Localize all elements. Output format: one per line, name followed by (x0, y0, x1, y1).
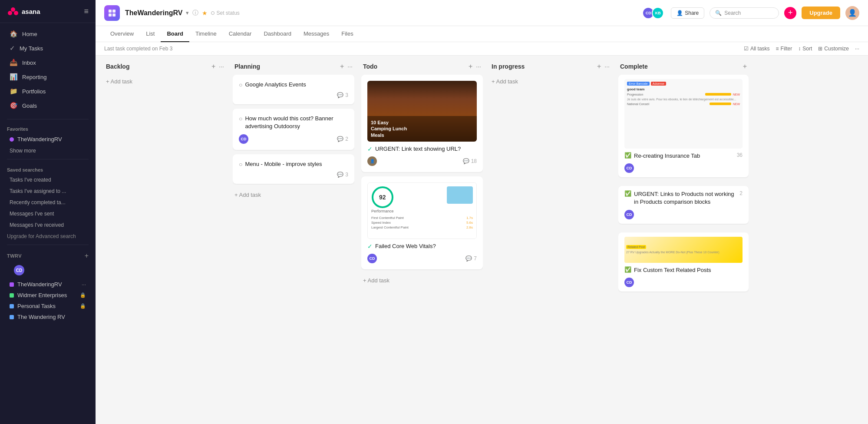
sidebar-toggle[interactable]: ≡ (84, 7, 89, 16)
sidebar-item-goals[interactable]: 🎯 Goals (3, 99, 93, 113)
tab-calendar[interactable]: Calendar (223, 26, 258, 42)
user-profile-avatar[interactable]: 👤 (845, 6, 859, 20)
in-progress-add-task[interactable]: + Add task (490, 75, 611, 88)
complete-add-icon[interactable]: + (743, 63, 747, 70)
sort-button[interactable]: ↕ Sort (798, 46, 812, 52)
insurance-title-row: ✅ Re-creating Insurance Tab 36 (624, 152, 743, 160)
customize-label: Customize (824, 46, 849, 52)
column-in-progress: In progress + ··· + Add task (490, 63, 611, 417)
sidebar-item-my-tasks[interactable]: ✓ My Tasks (3, 41, 93, 55)
last-completed-text: Last task completed on Feb 3 (104, 46, 172, 52)
card-fix-custom-text[interactable]: Related Post 27 RV Upgrades Actually the… (618, 232, 749, 292)
more-options-button[interactable]: ··· (855, 46, 859, 52)
card-urgent-products[interactable]: ✅ URGENT: Links to Products not working … (618, 186, 749, 223)
todo-add-task[interactable]: + Add task (361, 274, 483, 287)
saved-search-recently-completed[interactable]: Recently completed ta... (3, 197, 93, 208)
saved-search-created[interactable]: Tasks I've created (3, 175, 93, 185)
perf-score: 92 Performance (371, 186, 394, 213)
comments-icon-2: 💬 (337, 136, 343, 142)
planning-more-icon[interactable]: ··· (347, 63, 353, 70)
tab-files[interactable]: Files (335, 26, 359, 42)
sidebar-item-portfolios[interactable]: 📁 Portfolios (3, 84, 93, 98)
tab-overview[interactable]: Overview (104, 26, 140, 42)
share-icon: 👤 (677, 10, 683, 16)
fav-dot-wanderingrv (10, 137, 14, 142)
urgent-comments: 💬 18 (463, 158, 477, 164)
rp-desc: 27 RV Upgrades Actually the MORE Do-Not … (626, 250, 741, 255)
products-title-row: ✅ URGENT: Links to Products not working … (624, 190, 743, 206)
fix-title: Fix Custom Text Related Posts (634, 266, 711, 274)
card-urgent-link[interactable]: 10 EasyCamping LunchMeals ✓ URGENT: Link… (361, 75, 483, 172)
saved-search-messages-received[interactable]: Messages I've received (3, 220, 93, 230)
card-check-icon-2: ○ (239, 115, 242, 122)
project-info-icon[interactable]: ⓘ (192, 9, 198, 17)
workspace-add-button[interactable]: + (85, 252, 89, 260)
planning-add-task[interactable]: + Add task (233, 188, 354, 202)
upgrade-advanced-search[interactable]: Upgrade for Advanced search (0, 231, 96, 242)
share-button[interactable]: 👤 Share (671, 7, 704, 19)
todo-add-icon[interactable]: + (469, 63, 472, 70)
comments-count-3: 3 (345, 172, 348, 178)
in-progress-header: In progress + ··· (490, 63, 611, 75)
saved-search-assigned[interactable]: Tasks I've assigned to ... (3, 186, 93, 196)
backlog-more-icon[interactable]: ··· (219, 63, 224, 70)
tab-dashboard[interactable]: Dashboard (257, 26, 297, 42)
camp-overlay: 10 EasyCamping LunchMeals (367, 116, 477, 142)
todo-cards: 10 EasyCamping LunchMeals ✓ URGENT: Link… (361, 75, 483, 417)
filter-button[interactable]: ≡ Filter (776, 46, 792, 52)
sidebar-item-reporting[interactable]: 📊 Reporting (3, 70, 93, 84)
in-progress-more-icon[interactable]: ··· (604, 63, 610, 70)
card-core-web-vitals[interactable]: 92 Performance First Contentful Paint1.7… (361, 176, 483, 269)
sidebar-item-inbox[interactable]: 📥 Inbox (3, 56, 93, 70)
ws-more-wanderingrv[interactable]: ··· (82, 282, 86, 288)
customize-button[interactable]: ⊞ Customize (818, 46, 849, 52)
add-button[interactable]: + (784, 7, 796, 19)
card-footer: 💬 3 (239, 92, 348, 98)
project-title-area: TheWanderingRV ▾ ⓘ ★ Set status (125, 9, 240, 17)
saved-search-messages-sent[interactable]: Messages I've sent (3, 209, 93, 219)
related-post-image: Related Post 27 RV Upgrades Actually the… (624, 237, 743, 263)
backlog-add-task[interactable]: + Add task (104, 75, 226, 88)
card-menu-mobile[interactable]: ○ Menu - Mobile - improve styles 💬 3 (233, 154, 354, 184)
upgrade-button[interactable]: Upgrade (802, 7, 840, 19)
ws-dot-widmer (10, 293, 14, 298)
tab-board[interactable]: Board (161, 26, 189, 42)
sidebar-show-more[interactable]: Show more (3, 146, 93, 156)
project-title: TheWanderingRV (125, 9, 182, 17)
tab-timeline[interactable]: Timeline (189, 26, 223, 42)
project-star-icon[interactable]: ★ (202, 10, 208, 17)
workspace-project-widmer[interactable]: Widmer Enterprises 🔒 (3, 290, 93, 300)
rp-image-content: Related Post 27 RV Upgrades Actually the… (626, 245, 741, 255)
rp-tag: Related Post (626, 245, 646, 249)
in-progress-add-icon[interactable]: + (597, 63, 601, 70)
project-status[interactable]: Set status (211, 10, 239, 16)
workspace-project-wanderingrv[interactable]: TheWanderingRV ··· (3, 279, 93, 289)
project-title-chevron[interactable]: ▾ (186, 10, 189, 16)
all-tasks-button[interactable]: ☑ All tasks (744, 46, 770, 52)
card-banner-advertising[interactable]: ○ How much would this cost? Banner adver… (233, 109, 354, 149)
vitals-avatar: CD (367, 254, 377, 263)
products-title: URGENT: Links to Products not working in… (634, 190, 737, 206)
workspace-project-personal[interactable]: Personal Tasks 🔒 (3, 301, 93, 311)
national-label: National Conseil (627, 103, 709, 106)
card-google-analytics[interactable]: ○ Google Analytics Events 💬 3 (233, 75, 354, 104)
search-box[interactable]: 🔍 Search (710, 7, 779, 19)
fav-label-wanderingrv: TheWanderingRV (17, 136, 62, 142)
tab-messages[interactable]: Messages (297, 26, 335, 42)
insurance-avatar: CD (624, 163, 634, 173)
workspace-project-the-wandering[interactable]: The Wandering RV (3, 312, 93, 322)
workspace-project-widmer-left: Widmer Enterprises (10, 292, 67, 298)
planning-actions: + ··· (340, 63, 353, 70)
asana-logo[interactable]: asana (7, 5, 40, 17)
sidebar-reporting-label: Reporting (22, 74, 46, 80)
backlog-add-icon[interactable]: + (211, 63, 215, 70)
planning-add-icon[interactable]: + (340, 63, 344, 70)
todo-more-icon[interactable]: ··· (476, 63, 481, 70)
tab-list[interactable]: List (140, 26, 161, 42)
national-tag: NEW (733, 103, 740, 106)
card-insurance-tab[interactable]: Error Barcode Adsense good team Progress… (618, 75, 749, 177)
topbar-avatars: CD KB (645, 7, 664, 19)
sidebar-item-wanderingrv-fav[interactable]: TheWanderingRV (3, 134, 93, 145)
sidebar-item-home[interactable]: 🏠 Home (3, 27, 93, 41)
all-tasks-icon: ☑ (744, 46, 749, 52)
